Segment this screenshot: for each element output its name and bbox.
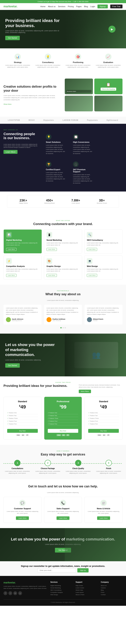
- stat-value-2: 7.8M+: [71, 199, 80, 202]
- step-title-2: Check Quality: [64, 468, 92, 470]
- hero-description: Lorem ipsum dolor sit amet, consectetur …: [5, 30, 61, 33]
- contact-icon-0: 💬: [19, 500, 26, 506]
- dot-1[interactable]: [60, 327, 62, 328]
- footer-support-2[interactable]: What's New: [76, 589, 97, 591]
- contact-btn-1[interactable]: Learn More: [57, 516, 69, 520]
- footer-company-4[interactable]: Contact: [101, 594, 122, 596]
- author-name-1: Pauline Goldman: [53, 318, 65, 320]
- cta-button[interactable]: Get Started: [5, 363, 20, 368]
- nav-pricing[interactable]: Pricing: [68, 6, 74, 8]
- contact-btn-0[interactable]: Learn More: [16, 516, 29, 520]
- youtube-icon[interactable]: y: [18, 591, 22, 595]
- dark-icon-3: 🎧: [73, 162, 79, 167]
- play-button[interactable]: ▶: [108, 26, 115, 33]
- footer-company-1[interactable]: Careers: [101, 587, 122, 589]
- footer-service-4[interactable]: Web Design: [50, 594, 72, 596]
- learn-more-5[interactable]: Learn More: [87, 274, 97, 277]
- learn-more-2[interactable]: Learn More: [87, 248, 97, 251]
- footer-support-3[interactable]: Lorem ipsum: [76, 591, 97, 594]
- newsletter-input[interactable]: [38, 568, 76, 572]
- footer-services-list: Digital Marketing Social Marketing SEO C…: [50, 584, 72, 596]
- learn-more-0[interactable]: Learn More: [6, 248, 17, 251]
- dark-headline: Connecting people is our business.: [4, 132, 39, 140]
- feature-consultancy-desc: Lorem ipsum dolor sit amet, consectetur …: [35, 64, 61, 68]
- nav-about[interactable]: About us: [48, 6, 55, 8]
- feature-strategy-desc: Lorem ipsum dolor sit amet, consectetur …: [4, 64, 31, 68]
- contact-btn-2[interactable]: Learn More: [97, 516, 110, 520]
- creative-link[interactable]: Show More: [4, 103, 12, 105]
- footer-company-2[interactable]: Blog: [101, 589, 122, 591]
- creative-headline: Creative solutions deliver profits to yo…: [4, 85, 61, 93]
- contact-icon-1: 📞: [60, 500, 66, 506]
- plan-name-2: Standard: [88, 400, 119, 403]
- dot-2[interactable]: [62, 327, 64, 328]
- footer-support-4[interactable]: About & Team: [76, 594, 97, 596]
- footer-service-1[interactable]: Social Marketing: [50, 587, 72, 589]
- dark-card-title-0: Smart Solutions: [46, 141, 66, 143]
- nav-services[interactable]: Services: [58, 6, 65, 8]
- facebook-icon[interactable]: f: [4, 591, 7, 595]
- dot-3[interactable]: [65, 327, 66, 328]
- more-plans-button[interactable]: More Plans: [79, 390, 91, 393]
- nav-home[interactable]: Home: [40, 6, 46, 8]
- creative-img-3: [65, 96, 93, 112]
- dark-cta-button[interactable]: Learn More: [4, 150, 18, 154]
- feature-0-2: Feature Three: [7, 417, 38, 420]
- footer-company-0[interactable]: About Us: [101, 584, 122, 587]
- service-card-1: 📱 Social Marketing Lorem ipsum dolor tra…: [44, 230, 82, 253]
- contact-title-0: Customer Support: [7, 508, 39, 510]
- footer-support-0[interactable]: Help Center: [76, 584, 97, 587]
- feature-0-4: Feature Five: [7, 423, 38, 426]
- trial-button[interactable]: Free Trial: [110, 4, 122, 8]
- stat-label-2: Lorem Ipsum: [71, 202, 80, 204]
- buy-button-2[interactable]: Buy Now: [88, 429, 119, 433]
- feature-positioning-title: Positioning: [65, 61, 91, 63]
- nav-login[interactable]: Login: [90, 6, 95, 8]
- hero-cta-button[interactable]: Get Started: [5, 36, 20, 40]
- cta-banner: Let us show you the power of marketing c…: [0, 334, 126, 376]
- learn-more-3[interactable]: Learn More: [6, 274, 17, 277]
- buy-button-1[interactable]: Buy Now: [48, 429, 78, 433]
- contact-title-1: Sales Support: [47, 508, 79, 510]
- features-row: 📊 Strategy Lorem ipsum dolor sit amet, c…: [0, 48, 126, 73]
- contact-headline: Get in touch and let us know how we can …: [4, 484, 122, 488]
- contact-title-2: News & Article: [87, 508, 119, 510]
- footer-support-title: Support: [76, 581, 97, 583]
- pricing-pre-label: CHOSE THE PRICE: [4, 382, 122, 383]
- newsletter-button[interactable]: Sign Up: [77, 568, 88, 572]
- service-desc-2: Lorem ipsum dolor trap, consectetur adip…: [87, 242, 120, 246]
- footer-service-0[interactable]: Digital Marketing: [50, 584, 72, 587]
- contact-desc-0: Lorem ipsum dolor sit amet, consectetur …: [7, 510, 39, 514]
- pp-0: PP: [26, 434, 29, 436]
- signup-button[interactable]: Signup: [97, 4, 108, 8]
- footer-company-3[interactable]: Press: [101, 591, 122, 594]
- nav-links: Home About us Services Pricing Pages Blo…: [40, 4, 122, 8]
- step-desc-0: Lorem ipsum dolor sit amet, consectetur …: [4, 470, 31, 474]
- dark-card-title-2: Certified Expert: [46, 168, 66, 170]
- plan-price-2: $49: [88, 404, 119, 410]
- service-desc-1: Lorem ipsum dolor trap, consectetur adip…: [47, 242, 80, 246]
- nav-blog[interactable]: Blog: [84, 6, 88, 8]
- logo-3: Digipotato: [43, 119, 54, 121]
- pricing-intro-left: Providing brilliant ideas for your busin…: [4, 384, 67, 388]
- dark-icon-0: 💡: [46, 134, 51, 140]
- contact-section: Get in touch and let us know how we can …: [0, 480, 126, 528]
- testimonials-grid: Lorem ipsum dolor sit amet, consectetur …: [4, 305, 122, 324]
- feature-strategy: 📊 Strategy Lorem ipsum dolor sit amet, c…: [4, 52, 32, 70]
- footer-service-2[interactable]: SEO Consultancy: [50, 589, 72, 591]
- service-icon-0: 📊: [6, 232, 12, 238]
- dark-card-desc-2: Lorem ipsum dolor sit amet, consectetur …: [46, 172, 66, 182]
- footer-service-3[interactable]: Competitor Analysis: [50, 591, 72, 594]
- step-title-0: Consultations: [4, 468, 31, 470]
- buy-button-0[interactable]: Buy Now: [7, 429, 38, 433]
- learn-more-1[interactable]: Learn More: [47, 248, 57, 251]
- twitter-icon[interactable]: t: [9, 591, 12, 595]
- dark-pre-label: WHY CHOOSE US: [4, 129, 122, 130]
- service-card-4: 🎨 Graphic Design Lorem ipsum dolor trap,…: [44, 256, 82, 280]
- feature-positioning-desc: Lorem ipsum dolor sit amet, consectetur …: [65, 64, 91, 68]
- learn-more-4[interactable]: Learn More: [47, 274, 57, 277]
- footer-support-1[interactable]: Lorem Center: [76, 587, 97, 589]
- stat-label-0: Happy Clients: [19, 202, 28, 204]
- nav-pages[interactable]: Pages: [76, 6, 82, 8]
- instagram-icon[interactable]: in: [13, 591, 17, 595]
